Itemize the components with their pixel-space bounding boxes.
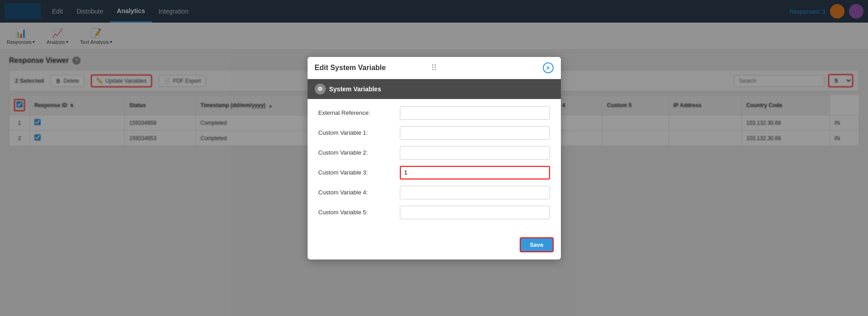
modal-overlay[interactable]: ⠿ Edit System Variable × ⚙ System Variab…	[0, 0, 868, 316]
gear-icon: ⚙	[315, 84, 326, 94]
form-label-3: Custom Variable 3:	[318, 169, 400, 176]
form-label-2: Custom Variable 2:	[318, 149, 400, 156]
section-title: System Variables	[329, 85, 381, 93]
modal-footer: Save	[308, 233, 561, 259]
form-row-5: Custom Variable 5:	[318, 206, 550, 219]
form-row-1: Custom Variable 1:	[318, 126, 550, 140]
form-row-4: Custom Variable 4:	[318, 186, 550, 199]
modal-titlebar: ⠿ Edit System Variable ×	[308, 57, 561, 79]
form-row-2: Custom Variable 2:	[318, 146, 550, 160]
form-label-5: Custom Variable 5:	[318, 209, 400, 216]
form-input-2[interactable]	[400, 146, 550, 160]
form-input-0[interactable]	[400, 106, 550, 120]
drag-handle-icon[interactable]: ⠿	[431, 63, 437, 73]
form-input-4[interactable]	[400, 186, 550, 199]
modal-section-header: ⚙ System Variables	[308, 79, 561, 99]
form-input-3[interactable]	[400, 166, 550, 179]
close-button[interactable]: ×	[543, 62, 554, 73]
save-button[interactable]: Save	[520, 237, 553, 252]
form-row-3: Custom Variable 3:	[318, 166, 550, 179]
edit-system-variable-modal: ⠿ Edit System Variable × ⚙ System Variab…	[308, 57, 561, 259]
form-row-0: External Reference:	[318, 106, 550, 120]
modal-body: External Reference:Custom Variable 1:Cus…	[308, 99, 561, 233]
form-input-1[interactable]	[400, 126, 550, 140]
form-label-1: Custom Variable 1:	[318, 129, 400, 136]
form-label-4: Custom Variable 4:	[318, 189, 400, 196]
form-label-0: External Reference:	[318, 109, 400, 116]
modal-title: Edit System Variable	[315, 64, 386, 72]
form-input-5[interactable]	[400, 206, 550, 219]
